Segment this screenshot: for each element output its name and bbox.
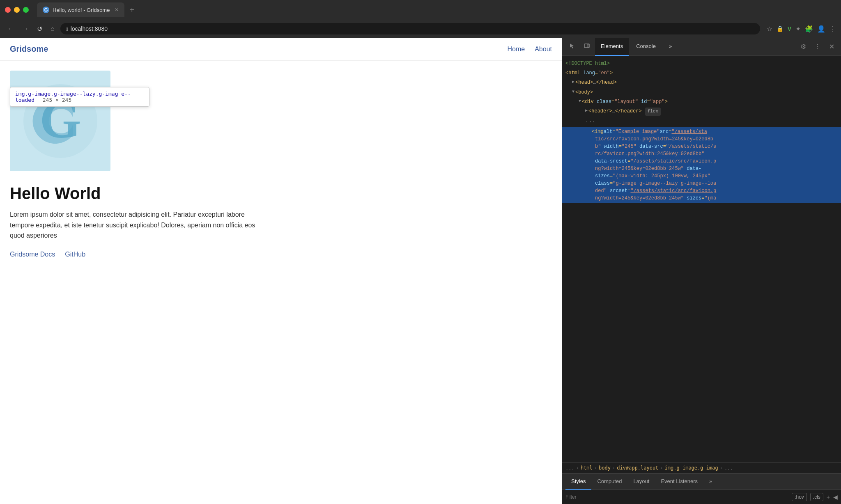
header-line[interactable]: ▶ <header>…</header> flex <box>562 107 841 117</box>
devtools-panel: Elements Console » ⚙ ⋮ ✕ <!DOCTYPE html>… <box>562 38 841 504</box>
tab-favicon: G <box>43 7 49 13</box>
active-tab[interactable]: G Hello, world! - Gridsome ✕ <box>37 2 124 17</box>
div-triangle[interactable]: ▼ <box>579 98 581 105</box>
filter-bar: :hov .cls + ◀ <box>562 489 841 504</box>
devtools-more-button[interactable]: ⋮ <box>811 40 824 53</box>
tab-close-button[interactable]: ✕ <box>115 7 119 13</box>
page-links: Gridsome Docs GitHub <box>10 251 552 258</box>
svg-rect-3 <box>587 44 589 47</box>
header-triangle[interactable]: ▶ <box>585 108 588 114</box>
element-picker-button[interactable] <box>565 40 579 53</box>
breadcrumb-html[interactable]: html <box>581 465 593 471</box>
breadcrumb-body[interactable]: body <box>599 465 611 471</box>
filter-pseudo-button[interactable]: :hov <box>792 493 807 501</box>
page-nav-links: Home About <box>508 46 552 53</box>
lock-icon: ℹ <box>66 26 68 32</box>
devtools-extras: ⚙ ⋮ ✕ <box>797 40 838 53</box>
url-bar[interactable]: ℹ localhost:8080 <box>60 23 760 34</box>
forward-button[interactable]: → <box>20 23 31 34</box>
device-toggle-button[interactable] <box>580 40 593 53</box>
breadcrumb-more[interactable]: ... <box>724 465 733 471</box>
bottom-tab-event-listeners[interactable]: Event Listeners <box>655 474 703 490</box>
bottom-tab-styles[interactable]: Styles <box>565 474 591 490</box>
address-bar-extras: ☆ 🔒 V ✦ 🧩 👤 ⋮ <box>767 25 836 33</box>
doctype-line[interactable]: <!DOCTYPE html> <box>562 59 841 69</box>
devtools-bottom: Styles Computed Layout Event Listeners »… <box>562 474 841 504</box>
elements-panel: <!DOCTYPE html> <html lang="en"> ▶ <head… <box>562 56 841 462</box>
devtools-tab-bar: Elements Console » ⚙ ⋮ ✕ <box>562 38 841 56</box>
url-text: localhost:8080 <box>71 25 108 32</box>
github-link[interactable]: GitHub <box>65 251 85 258</box>
extension-icon-2[interactable]: V <box>788 25 791 32</box>
browser-chrome: G Hello, world! - Gridsome ✕ + ← → ↺ ⌂ ℹ… <box>0 0 841 38</box>
page-body-text: Lorem ipsum dolor sit amet, consectetur … <box>10 209 256 241</box>
bookmark-icon[interactable]: ☆ <box>767 25 772 33</box>
main-area: Gridsome Home About img.g-image.g-image-… <box>0 38 841 504</box>
page-nav: Gridsome Home About <box>0 38 562 61</box>
menu-button[interactable]: ⋮ <box>830 25 836 33</box>
doctype-text: <!DOCTYPE html> <box>565 60 610 68</box>
reload-button[interactable]: ↺ <box>34 23 45 34</box>
nav-link-home[interactable]: Home <box>508 46 525 53</box>
bottom-tab-layout[interactable]: Layout <box>627 474 655 490</box>
filter-add-button[interactable]: + <box>827 494 830 500</box>
html-tag-line[interactable]: <html lang="en"> <box>562 69 841 78</box>
traffic-light-yellow[interactable] <box>14 7 20 13</box>
tooltip-class-text: img.g-image.g-image--lazy.g-imag e--load… <box>15 91 131 103</box>
page-logo[interactable]: Gridsome <box>10 44 48 54</box>
head-triangle[interactable]: ▶ <box>572 79 574 85</box>
title-bar: G Hello, world! - Gridsome ✕ + <box>0 0 841 20</box>
flex-badge: flex <box>645 108 661 116</box>
extensions-button[interactable]: 🧩 <box>805 25 813 33</box>
breadcrumb-img[interactable]: img.g-image.g-imag <box>665 465 718 471</box>
tab-favicon-text: G <box>44 7 48 12</box>
body-tag-line[interactable]: ▼ <body> <box>562 88 841 97</box>
new-tab-button[interactable]: + <box>126 4 138 16</box>
head-tag-line[interactable]: ▶ <head>…</head> <box>562 78 841 87</box>
breadcrumb-div[interactable]: div#app.layout <box>617 465 658 471</box>
tab-label: Hello, world! - Gridsome <box>53 7 110 13</box>
breadcrumb-dots[interactable]: ... <box>565 465 574 471</box>
div-layout-line[interactable]: ▼ <div class="layout" id="app"> <box>562 97 841 107</box>
filter-input[interactable] <box>565 494 788 500</box>
address-bar: ← → ↺ ⌂ ℹ localhost:8080 ☆ 🔒 V ✦ 🧩 👤 ⋮ <box>0 20 841 38</box>
breadcrumb: ... › html › body › div#app.layout › img… <box>562 462 841 474</box>
extension-icon-1[interactable]: 🔒 <box>777 25 784 32</box>
filter-cls-button[interactable]: .cls <box>810 493 823 501</box>
traffic-light-red[interactable] <box>5 7 11 13</box>
gridsome-docs-link[interactable]: Gridsome Docs <box>10 251 55 258</box>
dots-line: ··· <box>562 117 841 127</box>
tab-elements[interactable]: Elements <box>595 38 629 56</box>
tooltip-size-text: 245 × 245 <box>43 97 71 103</box>
filter-arrow-button[interactable]: ◀ <box>833 494 838 500</box>
tab-more[interactable]: » <box>663 38 678 56</box>
element-tooltip: img.g-image.g-image--lazy.g-imag e--load… <box>10 87 149 107</box>
webpage: Gridsome Home About img.g-image.g-image-… <box>0 38 562 504</box>
bottom-tab-computed[interactable]: Computed <box>591 474 627 490</box>
device-icon <box>584 43 590 49</box>
img-tag-selected[interactable]: <img alt="Example image" src="/assets/st… <box>562 127 841 203</box>
traffic-lights <box>5 7 29 13</box>
cursor-icon <box>569 43 575 49</box>
extension-icon-3[interactable]: ✦ <box>795 25 801 33</box>
gridsome-logo-image: G <box>10 71 110 171</box>
back-button[interactable]: ← <box>5 23 16 34</box>
devtools-settings-button[interactable]: ⚙ <box>797 40 809 53</box>
tab-console[interactable]: Console <box>630 38 662 56</box>
bottom-tab-bar: Styles Computed Layout Event Listeners » <box>562 474 841 489</box>
devtools-close-button[interactable]: ✕ <box>826 40 838 53</box>
profile-icon[interactable]: 👤 <box>817 25 825 33</box>
traffic-light-green[interactable] <box>23 7 29 13</box>
body-triangle[interactable]: ▼ <box>572 89 574 95</box>
page-heading: Hello World <box>10 184 552 203</box>
bottom-tab-more[interactable]: » <box>703 474 718 490</box>
home-button[interactable]: ⌂ <box>48 23 57 34</box>
tab-bar: G Hello, world! - Gridsome ✕ + <box>32 2 836 17</box>
nav-link-about[interactable]: About <box>535 46 552 53</box>
